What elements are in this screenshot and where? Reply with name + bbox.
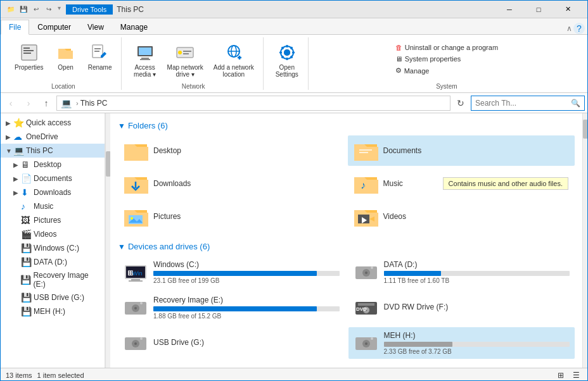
open-button[interactable]: Open xyxy=(50,40,82,73)
folder-item-desktop[interactable]: Desktop xyxy=(118,135,345,166)
sidebar-item-music[interactable]: ♪ Music xyxy=(1,199,105,213)
search-input[interactable] xyxy=(475,99,571,108)
device-item-usb-g[interactable]: USB Drive (G:) xyxy=(118,327,345,359)
content-scrollbar[interactable] xyxy=(582,113,587,368)
forward-button[interactable]: › xyxy=(21,96,36,111)
sidebar-item-desktop[interactable]: ▶ 🖥 Desktop xyxy=(1,158,105,172)
sidebar-scrollbar[interactable] xyxy=(105,113,110,368)
ribbon-location-items: Properties Open Rename xyxy=(11,37,116,80)
close-button[interactable]: ✕ xyxy=(553,1,582,18)
uninstall-label: Uninstall or change a program xyxy=(405,44,498,51)
pictures-folder-label: Pictures xyxy=(153,212,181,221)
expand-arrow: ▶ xyxy=(6,134,13,141)
sidebar-item-usb-g[interactable]: 💾 USB Drive (G:) xyxy=(1,290,105,304)
device-item-data-d[interactable]: DATA (D:) 1.11 TB free of 1.60 TB xyxy=(348,256,575,288)
help-icon[interactable]: ? xyxy=(573,23,585,34)
grid-view-button[interactable]: ⊞ xyxy=(554,370,567,381)
system-properties-button[interactable]: 🖥 System properties xyxy=(392,54,465,64)
sidebar-item-this-pc[interactable]: ▼ 💻 This PC xyxy=(1,144,105,158)
sidebar-item-documents[interactable]: ▶ 📄 Documents xyxy=(1,172,105,185)
pictures-label: Pictures xyxy=(34,216,61,225)
svg-rect-8 xyxy=(139,47,151,55)
address-path[interactable]: 💻 › This PC xyxy=(56,96,451,111)
map-network-drive-button[interactable]: Map network drive ▾ xyxy=(163,40,207,80)
open-label: Open xyxy=(58,64,73,71)
manage-button[interactable]: ⚙ Manage xyxy=(392,65,433,76)
access-media-button[interactable]: Access media ▾ xyxy=(129,40,161,80)
add-network-location-button[interactable]: Add a network location xyxy=(210,40,258,80)
sidebar-item-data-d[interactable]: 💾 DATA (D:) xyxy=(1,255,105,269)
windows-c-name: Windows (C:) xyxy=(153,260,340,269)
location-group-label: Location xyxy=(51,80,75,90)
windows-c-size: 23.1 GB free of 199 GB xyxy=(153,277,340,284)
customize-arrow[interactable]: ▾ xyxy=(58,4,61,15)
sidebar-item-quick-access[interactable]: ▶ ⭐ Quick access xyxy=(1,116,105,130)
ribbon-group-system: 🗑 Uninstall or change a program 🖥 System… xyxy=(311,37,582,90)
rename-label: Rename xyxy=(88,64,112,71)
save-icon: 💾 xyxy=(18,4,29,15)
svg-point-54 xyxy=(140,337,143,340)
ribbon-settings-items: Open Settings xyxy=(271,37,303,90)
up-button[interactable]: ↑ xyxy=(39,96,54,111)
dvd-f-info: DVD RW Drive (F:) xyxy=(384,303,570,313)
rename-button[interactable]: Rename xyxy=(84,40,116,73)
rename-icon xyxy=(90,42,110,63)
system-group-label: System xyxy=(436,80,457,90)
content-scrollbar-thumb[interactable] xyxy=(583,120,588,139)
uninstall-button[interactable]: 🗑 Uninstall or change a program xyxy=(392,42,502,53)
data-d-name: DATA (D:) xyxy=(384,260,570,269)
data-d-progress-bg xyxy=(384,271,570,276)
this-pc-icon: 💻 xyxy=(13,146,23,156)
map-network-drive-label: Map network drive ▾ xyxy=(167,64,203,78)
device-item-recovery-e[interactable]: Recovery Image (E:) 1.88 GB free of 15.2… xyxy=(118,292,345,323)
downloads-folder-icon xyxy=(123,172,148,195)
device-item-windows-c[interactable]: ⊞Win Windows (C:) 23.1 GB free of 199 GB xyxy=(118,256,345,288)
ribbon-collapse-icon[interactable]: ∧ xyxy=(566,24,572,33)
svg-point-45 xyxy=(140,302,143,304)
music-icon: ♪ xyxy=(21,201,31,211)
recovery-e-progress-fill xyxy=(153,306,317,311)
search-box[interactable]: 🔍 xyxy=(471,96,585,111)
properties-button[interactable]: Properties xyxy=(11,40,48,73)
usb-g-drive-icon xyxy=(123,332,148,354)
minimize-button[interactable]: ─ xyxy=(495,1,524,18)
sidebar-item-windows-c[interactable]: 💾 Windows (C:) xyxy=(1,241,105,255)
tab-view[interactable]: View xyxy=(79,20,112,35)
tab-computer[interactable]: Computer xyxy=(29,20,79,35)
manage-label: Manage xyxy=(404,67,430,75)
device-item-meh-h[interactable]: MEH (H:) 2.33 GB free of 3.72 GB xyxy=(348,327,575,359)
folders-section-header[interactable]: ▼ Folders (6) xyxy=(118,121,575,130)
back-button[interactable]: ‹ xyxy=(3,96,18,111)
folder-item-pictures[interactable]: Pictures xyxy=(118,201,345,232)
devices-section-header[interactable]: ▼ Devices and drives (6) xyxy=(118,242,575,251)
meh-h-label: MEH (H:) xyxy=(34,307,65,316)
ribbon-network-items: Access media ▾ Map network drive ▾ Add a… xyxy=(129,37,258,80)
sidebar: ▶ ⭐ Quick access ▶ ☁ OneDrive ▼ 💻 This P… xyxy=(1,113,105,368)
tab-manage[interactable]: Manage xyxy=(112,20,156,35)
folder-item-music[interactable]: ♪ Music Contains music and other audio f… xyxy=(348,168,575,199)
recovery-e-info: Recovery Image (E:) 1.88 GB free of 15.2… xyxy=(153,296,340,320)
downloads-label: Downloads xyxy=(34,188,71,197)
folder-item-documents[interactable]: Documents xyxy=(348,135,575,166)
device-item-dvd-f[interactable]: DVD DVD RW Drive (F:) xyxy=(348,292,575,323)
svg-rect-47 xyxy=(358,303,374,306)
folder-item-videos[interactable]: Videos xyxy=(348,201,575,232)
svg-rect-3 xyxy=(23,53,31,54)
devices-chevron: ▼ xyxy=(118,242,125,251)
sidebar-item-videos[interactable]: 🎬 Videos xyxy=(1,227,105,241)
tab-file[interactable]: File xyxy=(1,20,29,35)
folder-item-downloads[interactable]: Downloads xyxy=(118,168,345,199)
sidebar-item-meh-h[interactable]: 💾 MEH (H:) xyxy=(1,304,105,318)
desktop-folder-icon xyxy=(123,139,148,162)
sidebar-item-pictures[interactable]: 🖼 Pictures xyxy=(1,213,105,227)
ribbon-tabs: File Computer View Manage ∧ ? xyxy=(1,18,587,35)
sidebar-item-recovery-e[interactable]: 💾 Recovery Image (E:) xyxy=(1,269,105,290)
sidebar-item-downloads[interactable]: ▶ ⬇ Downloads xyxy=(1,185,105,199)
svg-point-57 xyxy=(365,342,368,345)
open-settings-button[interactable]: Open Settings xyxy=(271,40,303,80)
maximize-button[interactable]: □ xyxy=(524,1,553,18)
sidebar-item-onedrive[interactable]: ▶ ☁ OneDrive xyxy=(1,130,105,144)
list-view-button[interactable]: ☰ xyxy=(570,370,582,381)
devices-section-label: Devices and drives (6) xyxy=(128,242,210,251)
refresh-button[interactable]: ↻ xyxy=(453,96,468,111)
